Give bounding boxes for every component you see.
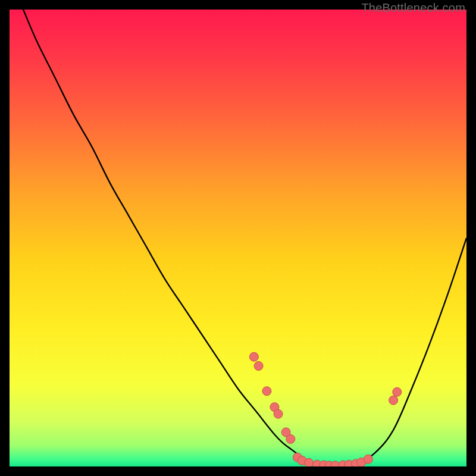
data-dot (389, 396, 398, 405)
data-dot (254, 362, 263, 371)
data-dot (274, 409, 283, 418)
data-dot (249, 352, 258, 361)
data-dot (393, 387, 402, 396)
chart-frame (10, 10, 466, 466)
data-dot (364, 455, 372, 464)
watermark-text: TheBottleneck.com (361, 1, 465, 15)
bottleneck-chart (10, 10, 466, 466)
data-dot (305, 458, 314, 466)
data-dot (286, 434, 295, 443)
gradient-background (10, 10, 466, 466)
data-dot (262, 387, 271, 396)
